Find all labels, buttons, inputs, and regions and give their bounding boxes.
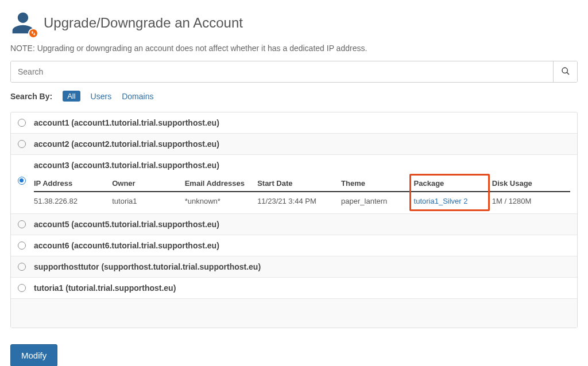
account-label: account5 (account5.tutorial.trial.suppor…: [34, 220, 219, 229]
search-input[interactable]: [11, 61, 553, 82]
table-row: 51.38.226.82 tutoria1 *unknown* 11/23/21…: [34, 192, 570, 208]
col-owner: Owner: [112, 176, 184, 192]
account-label: account6 (account6.tutorial.trial.suppor…: [34, 241, 219, 250]
col-disk: Disk Usage: [492, 176, 570, 192]
search-button[interactable]: [553, 61, 577, 82]
svg-point-0: [562, 68, 567, 73]
radio-account5[interactable]: [18, 220, 26, 228]
cell-disk: 1M / 1280M: [492, 192, 570, 208]
account-row-expanded: account3 (account3.tutorial.trial.suppor…: [11, 155, 577, 214]
account-label: account2 (account2.tutorial.trial.suppor…: [34, 139, 219, 149]
col-ip: IP Address: [34, 176, 112, 192]
panel-spacer: [11, 299, 577, 328]
filter-domains[interactable]: Domains: [122, 92, 153, 101]
account-details-table: IP Address Owner Email Addresses Start D…: [34, 176, 570, 208]
radio-account2[interactable]: [18, 140, 26, 148]
account-row[interactable]: tutoria1 (tutorial.trial.supporthost.eu): [11, 278, 577, 299]
note-text: NOTE: Upgrading or downgrading an accoun…: [10, 44, 578, 53]
radio-supporthosttutor[interactable]: [18, 263, 26, 271]
cell-owner: tutoria1: [112, 192, 184, 208]
search-by-row: Search By: All Users Domains: [10, 91, 578, 102]
col-email: Email Addresses: [185, 176, 257, 192]
person-icon-wrap: [10, 10, 36, 36]
col-package: Package: [414, 176, 492, 192]
cell-email: *unknown*: [185, 192, 257, 208]
col-theme: Theme: [341, 176, 413, 192]
package-link[interactable]: tutoria1_Silver 2: [414, 197, 468, 205]
search-icon: [561, 67, 570, 77]
account-row[interactable]: account1 (account1.tutorial.trial.suppor…: [11, 112, 577, 134]
updown-badge-icon: [28, 28, 38, 38]
cell-package: tutoria1_Silver 2: [414, 192, 492, 208]
accounts-panel: account1 (account1.tutorial.trial.suppor…: [10, 112, 578, 328]
svg-line-1: [567, 72, 569, 75]
account-row[interactable]: account6 (account6.tutorial.trial.suppor…: [11, 235, 577, 256]
account-label: supporthosttutor (supporthost.tutorial.t…: [34, 262, 261, 271]
account-label: account1 (account1.tutorial.trial.suppor…: [34, 118, 219, 127]
account-label: tutoria1 (tutorial.trial.supporthost.eu): [34, 283, 176, 293]
cell-start: 11/23/21 3:44 PM: [257, 192, 341, 208]
col-start: Start Date: [257, 176, 341, 192]
radio-account6[interactable]: [18, 242, 26, 250]
search-row: [10, 61, 578, 83]
cell-ip: 51.38.226.82: [34, 192, 112, 208]
radio-tutoria1[interactable]: [18, 284, 26, 292]
page-title: Upgrade/Downgrade an Account: [44, 15, 243, 31]
search-by-label: Search By:: [10, 92, 52, 101]
radio-account3[interactable]: [18, 177, 26, 185]
modify-button[interactable]: Modify: [10, 344, 57, 366]
filter-users[interactable]: Users: [91, 92, 112, 101]
account-row[interactable]: supporthosttutor (supporthost.tutorial.t…: [11, 256, 577, 278]
cell-theme: paper_lantern: [341, 192, 413, 208]
account-row[interactable]: account5 (account5.tutorial.trial.suppor…: [11, 214, 577, 235]
filter-all[interactable]: All: [63, 91, 80, 102]
account-row[interactable]: account2 (account2.tutorial.trial.suppor…: [11, 134, 577, 155]
radio-account1[interactable]: [18, 119, 26, 127]
account-label: account3 (account3.tutorial.trial.suppor…: [34, 161, 570, 170]
page-header: Upgrade/Downgrade an Account: [10, 10, 578, 36]
